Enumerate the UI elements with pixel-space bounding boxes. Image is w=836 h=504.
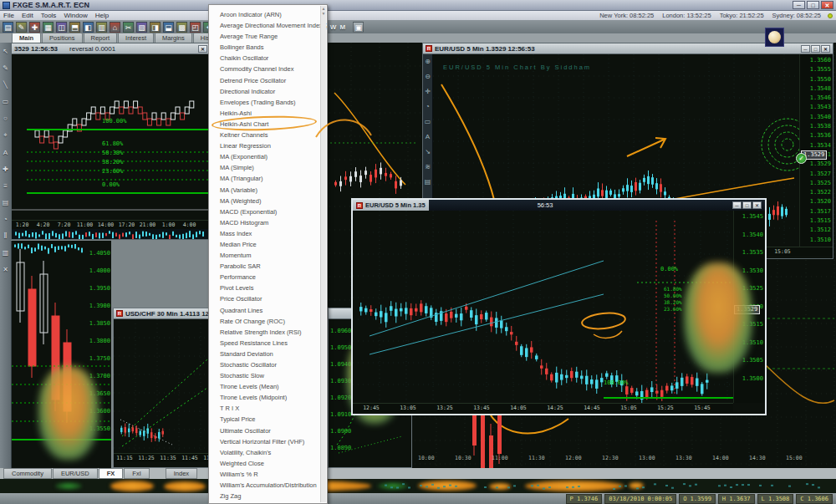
drawing-tool-icon[interactable]: ◔ (3, 216, 8, 223)
clock-widget[interactable] (765, 28, 784, 47)
toolbar-icon[interactable]: ▤ (3, 22, 13, 33)
toolbar-icon[interactable]: ⌂ (110, 22, 120, 33)
menu-item[interactable]: Standard Deviation (209, 349, 327, 359)
market-tab[interactable]: Index (166, 468, 197, 479)
market-tab[interactable]: FxI (124, 468, 149, 479)
drawing-tool-icon[interactable]: ╲ (3, 81, 8, 89)
account-tab-interest[interactable]: Interest (118, 33, 154, 43)
reversal-titlebar[interactable]: 3529 12:56:53 reversal 0.0001 ✕ (12, 43, 210, 54)
menubar-item[interactable]: Help (95, 12, 109, 19)
menu-item[interactable]: T R I X (209, 403, 327, 414)
drawing-tool-icon[interactable]: ✕ (3, 266, 8, 273)
menu-item[interactable]: MA (Triangular) (209, 173, 327, 184)
menu-item[interactable]: Parabolic SAR (209, 261, 327, 272)
minimize-button[interactable]: ─ (793, 1, 805, 9)
menu-item[interactable]: William's % R (209, 469, 327, 480)
menu-item[interactable]: Aroon Indicator (ARN) (209, 9, 327, 20)
chart-tool-icon[interactable]: ⊖ (425, 73, 431, 80)
menu-item[interactable]: Stochastic Slow (209, 370, 327, 381)
menu-item[interactable]: Median Price (209, 239, 327, 250)
maximize-button[interactable]: □ (807, 1, 819, 9)
drawing-tool-icon[interactable]: ✚ (3, 165, 8, 173)
toolbar-icon[interactable]: ▧ (136, 22, 147, 33)
menubar-item[interactable]: Tools (41, 12, 57, 19)
menu-item[interactable]: Weighted Close (209, 458, 327, 469)
toolbar-icon[interactable]: ▦ (43, 22, 54, 33)
menu-item[interactable]: MACD Histogram (209, 217, 327, 228)
account-tab-margins[interactable]: Margins (155, 33, 192, 43)
toolbar-icon[interactable]: ⬓ (163, 22, 174, 33)
eurusd-second-close-button[interactable]: ✕ (752, 201, 762, 209)
chart-tool-icon[interactable]: A (426, 133, 430, 140)
market-tab[interactable]: EUR/USD (53, 468, 98, 479)
toolbar-icon[interactable]: ◫ (56, 22, 67, 33)
menu-item[interactable]: Performance (209, 272, 327, 283)
menu-item[interactable]: Stochastic Oscillator (209, 359, 327, 370)
menu-item[interactable]: Speed Resistance Lines (209, 338, 327, 349)
drawing-tool-icon[interactable]: ≡ (3, 182, 8, 190)
drawing-tool-icon[interactable]: ⌖ (3, 131, 8, 140)
eurusd-main-close-button[interactable]: ✕ (821, 45, 830, 53)
chart-mode-icon[interactable]: ▣ (353, 22, 364, 33)
toolbar-icon[interactable]: ✂ (123, 22, 134, 33)
market-tab[interactable]: Commodity (3, 468, 52, 479)
chart-tool-icon[interactable]: ▤ (425, 178, 431, 186)
drawing-tool-icon[interactable]: ▤ (3, 199, 9, 206)
menu-item[interactable]: Relative Strength Index (RSI) (209, 327, 327, 338)
menu-item[interactable]: Typical Price (209, 414, 327, 425)
menu-item[interactable]: Quadrant Lines (209, 305, 327, 316)
toolbar-icon[interactable]: ◰ (190, 22, 201, 33)
menu-item[interactable]: Commodity Channel Index (209, 64, 327, 74)
menu-item[interactable]: Pivot Levels (209, 283, 327, 293)
menu-item[interactable]: Price Oscillator (209, 293, 327, 304)
toolbar-icon[interactable]: ◧ (83, 22, 94, 33)
drawing-toolstrip[interactable]: ↖✎╲▭○⌖A✚≡▤◔Ⅱ▥✕ (0, 43, 11, 468)
menu-item[interactable]: MA (Exponential) (209, 151, 327, 162)
eurusd-second-maximize-button[interactable]: □ (742, 201, 752, 209)
chart-tool-icon[interactable]: ◔ (426, 103, 430, 110)
eurusd-second-minimize-button[interactable]: ─ (732, 201, 742, 209)
toolbar-icon[interactable]: ◨ (150, 22, 161, 33)
close-button[interactable]: ✕ (821, 1, 833, 9)
drawing-tool-icon[interactable]: ↖ (3, 48, 8, 55)
toolbar-icon[interactable]: ✎ (16, 22, 27, 33)
toolbar-icon[interactable]: ✚ (29, 22, 40, 33)
menu-item[interactable]: MA (Variable) (209, 185, 327, 196)
chart-tool-icon[interactable]: ⊕ (425, 58, 431, 65)
menubar-item[interactable]: Edit (22, 12, 33, 19)
drawing-tool-icon[interactable]: A (3, 149, 8, 156)
drawing-tool-icon[interactable]: ✎ (3, 64, 8, 72)
menu-item[interactable]: Mass Index (209, 228, 327, 239)
menu-item[interactable]: Detrend Price Oscillator (209, 75, 327, 86)
menu-item[interactable]: MA (Simple) (209, 162, 327, 173)
account-tab-positions[interactable]: Positions (42, 33, 82, 43)
toolbar-icon[interactable]: ▩ (176, 22, 187, 33)
menu-item[interactable]: Envelopes (Trading Bands) (209, 97, 327, 108)
menu-item[interactable]: Keltner Channels (209, 130, 327, 140)
drawing-tool-icon[interactable]: Ⅱ (4, 232, 8, 240)
chart-tool-icon[interactable]: ✛ (425, 88, 431, 95)
reversal-close-button[interactable]: ✕ (198, 45, 207, 53)
menu-item[interactable]: Rate Of Change (ROC) (209, 316, 327, 327)
menu-item[interactable]: William's Accumulation/Distribution (209, 480, 327, 491)
eurusd-main-maximize-button[interactable]: □ (811, 45, 820, 53)
eurusd-second-titlebar[interactable]: R EUR/USD 5 Min 1.35 56:53 ─ □ ✕ (353, 200, 765, 211)
menu-item[interactable]: Directional Indicator (209, 86, 327, 97)
menu-scrollbar[interactable]: ▲▼ (320, 6, 326, 502)
menu-item[interactable]: MA (Weighted) (209, 196, 327, 206)
alert-check-badge[interactable]: ✓ (796, 153, 807, 164)
menubar-item[interactable]: File (3, 12, 14, 19)
chart-tool-icon[interactable]: ≋ (425, 163, 431, 171)
menu-item[interactable]: Bollinger Bands (209, 42, 327, 53)
menu-item[interactable]: MACD (Exponential) (209, 206, 327, 217)
menubar-item[interactable]: Window (64, 12, 87, 19)
chart-tool-icon[interactable]: ▭ (425, 118, 431, 125)
menu-item[interactable]: Zig Zag (209, 491, 327, 501)
account-tab-main[interactable]: Main (12, 33, 41, 43)
menu-item[interactable]: Tirone Levels (Midpoint) (209, 392, 327, 403)
toolbar-icon[interactable]: ▥ (96, 22, 107, 33)
menu-item[interactable]: Momentum (209, 250, 327, 261)
market-tab[interactable]: FX (99, 468, 124, 479)
drawing-tool-icon[interactable]: ○ (3, 115, 8, 122)
menu-item[interactable]: Tirone Levels (Mean) (209, 381, 327, 392)
